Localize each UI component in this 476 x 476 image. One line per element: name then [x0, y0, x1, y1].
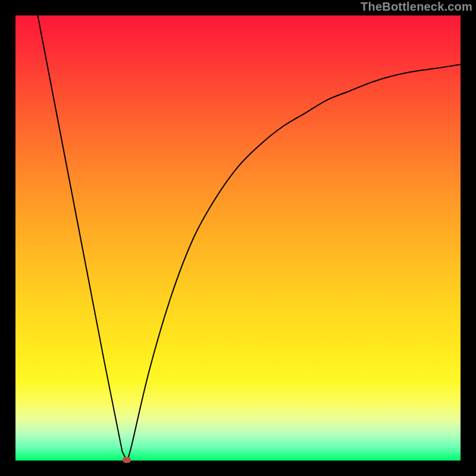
minimum-marker [123, 457, 131, 463]
chart-curve [15, 15, 461, 461]
watermark-text: TheBottleneck.com [361, 0, 472, 14]
chart-frame [15, 15, 461, 461]
